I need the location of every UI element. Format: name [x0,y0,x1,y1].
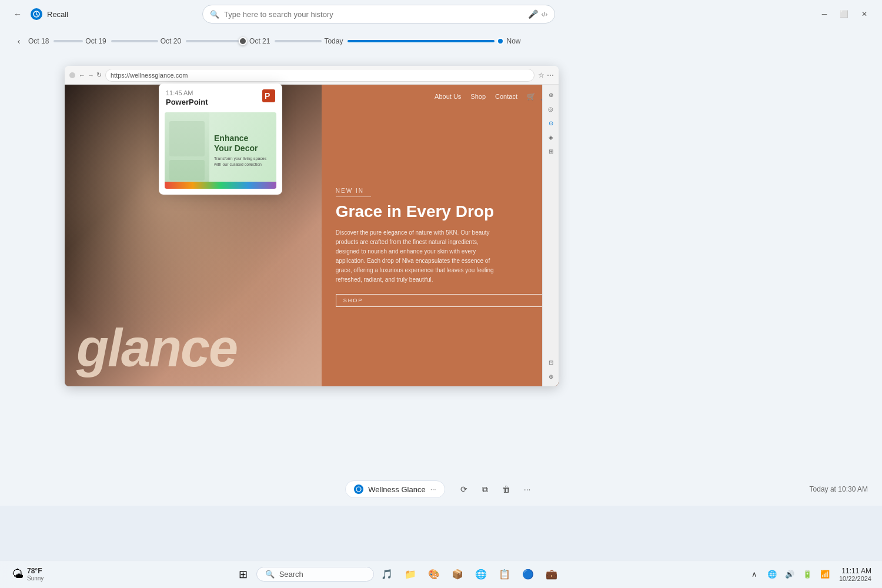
browser-action-icons: ☆ ⋯ [538,71,554,79]
taskbar-left: 🌤 78°F Sunny [0,564,48,584]
delete-button[interactable]: 🗑 [497,480,516,499]
nav-about-us[interactable]: About Us [435,93,461,100]
clock-date: 10/22/2024 [839,575,871,582]
tl-oct21-bar [275,40,322,42]
recall-app-icon [31,8,42,20]
taskbar-icon-app5[interactable]: 📋 [494,564,515,585]
tray-icon-battery[interactable]: 🔋 [799,566,816,583]
weather-icon: 🌤 [12,567,24,581]
tray-icon-wifi[interactable]: 📶 [817,566,833,583]
wellness-shop-button[interactable]: SHOP [336,294,544,307]
browser-nav-controls: ← → ↻ [79,71,102,79]
close-button[interactable]: ✕ [856,6,873,22]
sidebar-icon-2[interactable]: ◎ [546,103,556,114]
tl-oct18: Oct 18 [26,37,83,45]
start-button[interactable]: ⊞ [233,564,254,585]
browser-forward-icon[interactable]: → [88,72,94,79]
tl-today: Today [322,37,504,45]
system-clock[interactable]: 11:11 AM 10/22/2024 [836,566,875,583]
taskbar-icon-teams[interactable]: 💼 [541,564,562,585]
tray-chevron[interactable]: ∧ [746,566,763,583]
tl-now-dot [497,38,504,45]
microphone-icon[interactable]: 🎤 [528,9,538,19]
browser-url: https://wellnessglance.com [111,72,188,79]
sidebar-icon-5[interactable]: ⊞ [546,146,556,156]
taskbar-icon-app6[interactable]: 🔵 [517,564,539,585]
bottom-tab-more-icon[interactable]: ··· [430,485,436,493]
taskbar-search-text: Search [279,570,303,579]
ppt-slide-title-line2: Your Decor [214,143,272,153]
tray-icon-volume[interactable]: 🔊 [781,566,798,583]
svg-point-3 [356,487,361,492]
ppt-color-bar [165,182,276,189]
browser-titlebar: ← → ↻ https://wellnessglance.com ☆ ⋯ [65,66,559,85]
nav-shop[interactable]: Shop [470,93,486,100]
taskbar-icon-app4[interactable]: 📦 [447,564,468,585]
clock-time: 11:11 AM [839,567,871,575]
browser-back-icon[interactable]: ← [79,72,85,79]
search-icon: 🔍 [210,10,219,19]
bottom-timestamp: Today at 10:30 AM [810,485,868,493]
ppt-slide-title-line1: Enhance [214,133,272,143]
browser-star-icon[interactable]: ☆ [538,71,544,79]
ppt-app-name: PowerPoint [166,98,208,106]
sidebar-icon-4[interactable]: ◈ [546,132,556,142]
browser-screenshot: ← → ↻ https://wellnessglance.com ☆ ⋯ [65,66,559,386]
minimize-button[interactable]: ─ [816,6,833,22]
ppt-slide-subtext: Transform your living spaces with our cu… [214,156,272,168]
search-icons: 🎤 ‹/› [528,9,547,19]
taskbar-icon-app3[interactable]: 🎨 [423,564,445,585]
powerpoint-popup[interactable]: 11:45 AM PowerPoint P [159,83,282,195]
browser-refresh-icon[interactable]: ↻ [96,71,102,79]
ppt-slide-right: Enhance Your Decor Transform your living… [209,112,276,189]
sidebar-icon-bottom2[interactable]: ⊛ [546,371,556,382]
code-icon[interactable]: ‹/› [542,11,547,18]
sidebar-icon-1[interactable]: ⊕ [546,89,556,100]
powerpoint-icon: P [262,89,275,105]
maximize-button[interactable]: ⬜ [836,6,853,22]
sidebar-icon-bottom1[interactable]: ⊡ [546,357,556,368]
taskbar-search[interactable]: 🔍 Search [256,567,374,582]
tl-today-bar [348,40,495,42]
timeline-back-arrow[interactable]: ‹ [12,34,26,48]
wellness-site: glance About Us Shop Contact 🛒 👤 [65,85,559,386]
browser-right-sidebar: ⊕ ◎ ⊙ ◈ ⊞ ⊡ ⊛ [542,85,559,386]
ppt-thumbnail: Enhance Your Decor Transform your living… [165,112,276,189]
tl-oct20-bar [186,40,239,42]
taskbar-icon-app1[interactable]: 🎵 [376,564,397,585]
wellness-nav: About Us Shop Contact 🛒 👤 [322,85,559,108]
tl-hover-indicator[interactable] [239,37,247,45]
tray-icon-network[interactable]: 🌐 [764,566,780,583]
ppt-popup-header: 11:45 AM PowerPoint P [159,83,282,110]
wellness-hero: NEW IN Grace in Every Drop Discover the … [322,108,559,386]
timeline: ‹ Oct 18 Oct 19 Oct 20 Oct 21 Today Now [0,28,882,54]
tl-today-label: Today [322,37,345,45]
back-button[interactable]: ← [9,6,26,22]
taskbar-icon-app2[interactable]: 📁 [400,564,421,585]
tl-now-label: Now [504,37,523,45]
tl-oct19-label: Oct 19 [83,37,108,45]
taskbar-weather[interactable]: 🌤 78°F Sunny [7,564,48,584]
cart-icon[interactable]: 🛒 [527,92,536,101]
browser-menu-icon[interactable]: ⋯ [547,71,554,79]
tl-oct19-bar [111,40,158,42]
bottom-actions: ⟳ ⧉ 🗑 ··· [455,480,537,499]
weather-info: 78°F Sunny [27,567,44,582]
refresh-button[interactable]: ⟳ [455,480,473,499]
browser-address-bar[interactable]: https://wellnessglance.com [105,69,534,82]
tl-hover-region [239,37,247,45]
wellness-desc: Discover the pure elegance of nature wit… [336,228,500,285]
taskbar-icon-edge[interactable]: 🌐 [470,564,492,585]
search-bar[interactable]: 🔍 🎤 ‹/› [202,5,555,24]
sidebar-icon-3[interactable]: ⊙ [546,118,556,128]
wellness-glance-word: glance [76,322,237,375]
more-button[interactable]: ··· [518,480,537,499]
search-input[interactable] [224,10,523,19]
recall-title: Recall [47,10,68,19]
bottom-tab[interactable]: Wellness Glance ··· [345,480,445,498]
copy-button[interactable]: ⧉ [476,480,495,499]
nav-contact[interactable]: Contact [495,93,517,100]
taskbar-right: ∧ 🌐 🔊 🔋 📶 11:11 AM 10/22/2024 [746,566,882,583]
weather-condition: Sunny [27,575,44,582]
window-controls: ─ ⬜ ✕ [816,6,873,22]
